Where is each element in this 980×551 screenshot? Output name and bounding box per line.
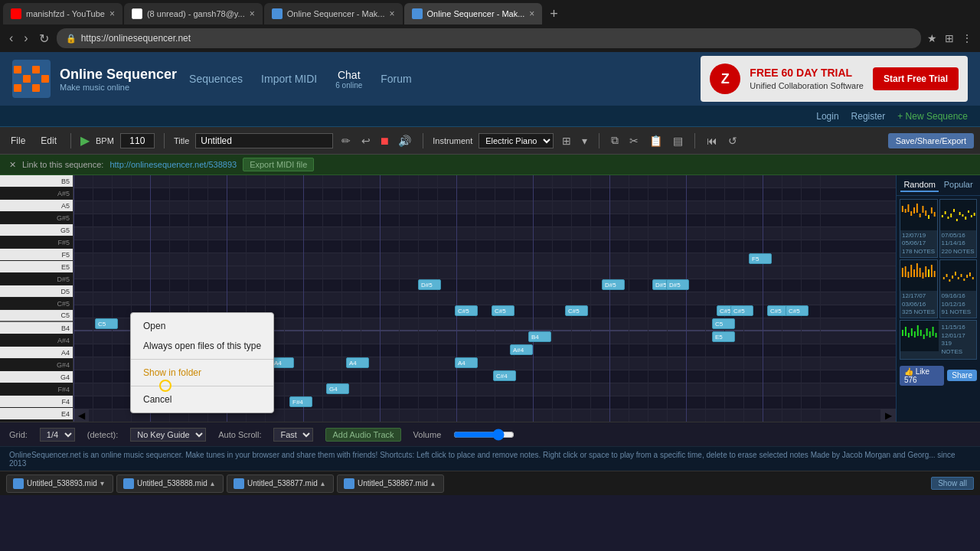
context-show-folder[interactable]: Show in folder xyxy=(131,363,273,383)
edit-menu[interactable]: Edit xyxy=(36,134,61,148)
note-cs4-1[interactable]: C#4 xyxy=(493,370,516,381)
new-tab-button[interactable]: + xyxy=(544,3,564,24)
note-cs5-7[interactable]: C#5 xyxy=(786,305,808,316)
nav-import[interactable]: Import MIDI xyxy=(261,73,317,85)
key-cs5[interactable]: C#5 xyxy=(0,298,73,310)
key-d5[interactable]: D5 xyxy=(0,285,73,298)
thumb-5[interactable]: 11/15/16 12/01/17 319 NOTES xyxy=(900,320,977,360)
cut-icon[interactable]: ✂ xyxy=(627,135,641,147)
login-link[interactable]: Login xyxy=(816,111,838,122)
tab-youtube[interactable]: manishfzd - YouTube × xyxy=(3,3,122,24)
note-c5-1[interactable]: C5 xyxy=(95,318,118,329)
taskbar-close-2[interactable]: ▴ xyxy=(211,479,214,487)
settings-icon[interactable]: ⋮ xyxy=(960,32,974,44)
taskbar-expand-1[interactable]: ▾ xyxy=(100,479,104,487)
show-all-button[interactable]: Show all xyxy=(931,477,974,490)
instrument-select[interactable]: Electric Piano xyxy=(479,133,554,148)
nav-forum[interactable]: Forum xyxy=(381,73,411,85)
scroll-left-button[interactable]: ◀ xyxy=(74,409,89,422)
key-gs4[interactable]: G#4 xyxy=(0,359,73,371)
tab-gmail-close[interactable]: × xyxy=(250,8,255,19)
key-as5[interactable]: A#5 xyxy=(0,187,73,200)
paste-icon[interactable]: 📋 xyxy=(647,135,665,147)
save-button[interactable]: Save/Share/Export xyxy=(888,133,974,148)
key-e5[interactable]: E5 xyxy=(0,261,73,273)
note-c5-2[interactable]: C5 xyxy=(712,318,735,329)
loop-icon[interactable]: ↺ xyxy=(726,135,740,147)
key-fs4[interactable]: F#4 xyxy=(0,383,73,396)
tab-youtube-close[interactable]: × xyxy=(109,8,115,19)
note-cs5-2[interactable]: C#5 xyxy=(492,305,514,316)
context-open[interactable]: Open xyxy=(131,316,273,336)
key-g5[interactable]: G5 xyxy=(0,224,73,236)
note-cs5-1[interactable]: C#5 xyxy=(455,305,478,316)
like-button[interactable]: 👍 Like 576 xyxy=(900,366,944,386)
play-button[interactable]: ▶ xyxy=(80,133,90,148)
grid-icon[interactable]: ⊞ xyxy=(560,135,573,147)
close-link-button[interactable]: ✕ xyxy=(9,160,16,170)
share-button[interactable]: Share xyxy=(947,370,977,381)
key-a5[interactable]: A5 xyxy=(0,200,73,212)
taskbar-expand-3[interactable]: ▴ xyxy=(321,479,325,487)
forward-button[interactable]: › xyxy=(21,31,31,45)
trial-button[interactable]: Start Free Trial xyxy=(873,67,959,90)
register-link[interactable]: Register xyxy=(851,111,886,122)
taskbar-item-2[interactable]: Untitled_538888.mid ▴ xyxy=(116,474,224,493)
grid-select[interactable]: 1/4 xyxy=(40,428,75,442)
key-e4[interactable]: E4 xyxy=(0,408,73,420)
tab-seq1[interactable]: Online Sequencer - Mak... × xyxy=(264,3,403,24)
chevron-down-icon[interactable]: ▾ xyxy=(580,135,590,147)
note-a4-1[interactable]: A4 xyxy=(271,357,294,368)
thumb-1[interactable]: 12/07/19 05/06/17 178 NOTES xyxy=(900,199,938,258)
key-detect-select[interactable]: No Key Guide xyxy=(130,428,206,442)
stop-button[interactable]: ⏹ xyxy=(379,135,390,147)
key-ds4[interactable]: D#4 xyxy=(0,420,73,422)
copy-icon[interactable]: ⧉ xyxy=(609,134,621,147)
context-cancel[interactable]: Cancel xyxy=(131,390,273,409)
key-b5[interactable]: B5 xyxy=(0,175,73,187)
tab-gmail[interactable]: (8 unread) - gansh78@y... × xyxy=(124,3,263,24)
rewind-icon[interactable]: ⏮ xyxy=(704,135,720,147)
note-fs4-1[interactable]: F#4 xyxy=(289,396,312,407)
note-b4-1[interactable]: B4 xyxy=(528,331,551,342)
note-ds5-1[interactable]: D#5 xyxy=(418,279,441,290)
bpm-input[interactable] xyxy=(120,133,155,148)
taskbar-item-1[interactable]: Untitled_538893.mid ▾ xyxy=(6,474,113,493)
key-as4[interactable]: A#4 xyxy=(0,334,73,347)
thumb-2[interactable]: 07/05/16 11/14/16 220 NOTES xyxy=(939,199,978,258)
thumb-4[interactable]: 09/16/16 10/12/16 91 NOTES xyxy=(939,259,978,318)
note-as4-2[interactable]: A#4 xyxy=(510,344,533,355)
export-midi-button[interactable]: Export MIDI file xyxy=(243,158,314,171)
note-a4-3[interactable]: A4 xyxy=(455,357,478,368)
key-fs5[interactable]: F#5 xyxy=(0,236,73,249)
key-c5[interactable]: C5 xyxy=(0,310,73,322)
undo-icon[interactable]: ↩ xyxy=(359,135,373,147)
tab-seq2[interactable]: Online Sequencer - Mak... × xyxy=(404,3,543,24)
select-icon[interactable]: ▤ xyxy=(671,135,685,147)
note-ds5-2[interactable]: D#5 xyxy=(602,279,625,290)
nav-chat[interactable]: Chat 6 online xyxy=(335,69,362,90)
address-input[interactable]: 🔒 https://onlinesequencer.net xyxy=(57,28,921,48)
key-ds5[interactable]: D#5 xyxy=(0,273,73,285)
taskbar-item-3[interactable]: Untitled_538877.mid ▴ xyxy=(227,474,334,493)
taskbar-item-4[interactable]: Untitled_538867.mid ▴ xyxy=(337,474,444,493)
note-cs5-3[interactable]: C#5 xyxy=(565,305,588,316)
note-g4-1[interactable]: G4 xyxy=(326,383,349,394)
add-audio-button[interactable]: Add Audio Track xyxy=(325,428,400,442)
pencil-icon[interactable]: ✏ xyxy=(339,135,353,147)
note-ds5-4[interactable]: D#5 xyxy=(666,279,689,290)
sequence-link[interactable]: http://onlinesequencer.net/538893 xyxy=(109,160,237,169)
title-input[interactable] xyxy=(195,133,333,148)
note-cs5-5[interactable]: C#5 xyxy=(730,305,753,316)
context-always-open[interactable]: Always open files of this type xyxy=(131,336,273,356)
thumb-3[interactable]: 12/17/07 03/06/16 325 NOTES xyxy=(900,259,938,318)
key-f4[interactable]: F4 xyxy=(0,396,73,408)
taskbar-expand-4[interactable]: ▴ xyxy=(431,479,435,487)
key-g4[interactable]: G4 xyxy=(0,371,73,383)
volume-slider[interactable] xyxy=(453,429,514,441)
note-f5-1[interactable]: F5 xyxy=(749,253,772,264)
key-a4[interactable]: A4 xyxy=(0,347,73,359)
note-a4-2[interactable]: A4 xyxy=(346,357,369,368)
nav-sequences[interactable]: Sequences xyxy=(189,73,243,85)
note-e5-1[interactable]: E5 xyxy=(712,331,735,342)
